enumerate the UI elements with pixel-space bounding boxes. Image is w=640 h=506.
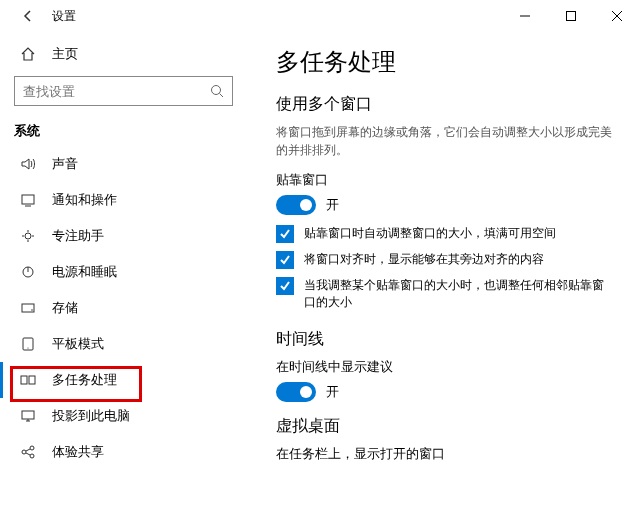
checkbox-nextto[interactable] [276, 251, 294, 269]
nav-label: 体验共享 [52, 443, 104, 461]
section-timeline-heading: 时间线 [276, 329, 612, 350]
svg-point-15 [22, 450, 26, 454]
checkbox-autosize-label: 贴靠窗口时自动调整窗口的大小，填满可用空间 [304, 225, 556, 242]
nav-sound[interactable]: 声音 [0, 146, 247, 182]
section-multiwindow-desc: 将窗口拖到屏幕的边缘或角落，它们会自动调整大小以形成完美的并排排列。 [276, 123, 612, 159]
home-icon [20, 46, 36, 62]
timeline-toggle-label: 在时间线中显示建议 [276, 358, 612, 376]
section-multiwindow-heading: 使用多个窗口 [276, 94, 612, 115]
maximize-button[interactable] [548, 0, 594, 32]
page-title: 多任务处理 [276, 46, 612, 78]
snap-toggle[interactable] [276, 195, 316, 215]
nav-storage[interactable]: 存储 [0, 290, 247, 326]
home-nav[interactable]: 主页 [0, 36, 247, 72]
nav-focus[interactable]: 专注助手 [0, 218, 247, 254]
section-virtualdesktop-heading: 虚拟桌面 [276, 416, 612, 437]
svg-point-17 [30, 454, 34, 458]
nav-label: 投影到此电脑 [52, 407, 130, 425]
nav-multitasking[interactable]: 多任务处理 [0, 362, 247, 398]
content-pane: 多任务处理 使用多个窗口 将窗口拖到屏幕的边缘或角落，它们会自动调整大小以形成完… [248, 32, 640, 506]
nav-label: 存储 [52, 299, 78, 317]
svg-point-16 [30, 446, 34, 450]
checkbox-autosize[interactable] [276, 225, 294, 243]
nav-label: 通知和操作 [52, 191, 117, 209]
tablet-icon [20, 336, 36, 352]
storage-icon [20, 300, 36, 316]
timeline-toggle[interactable] [276, 382, 316, 402]
window-title: 设置 [52, 8, 76, 25]
svg-rect-1 [567, 12, 576, 21]
project-icon [20, 408, 36, 424]
svg-rect-8 [22, 304, 34, 312]
nav-power[interactable]: 电源和睡眠 [0, 254, 247, 290]
search-input[interactable] [23, 84, 210, 99]
virtualdesktop-label: 在任务栏上，显示打开的窗口 [276, 445, 612, 463]
home-label: 主页 [52, 45, 78, 63]
svg-rect-13 [29, 376, 35, 384]
search-box[interactable] [14, 76, 233, 106]
timeline-toggle-state: 开 [326, 383, 339, 401]
nav-shared[interactable]: 体验共享 [0, 434, 247, 470]
nav-projecting[interactable]: 投影到此电脑 [0, 398, 247, 434]
svg-point-5 [25, 233, 31, 239]
nav-tablet[interactable]: 平板模式 [0, 326, 247, 362]
svg-rect-14 [22, 411, 34, 419]
nav-label: 电源和睡眠 [52, 263, 117, 281]
sidebar: 主页 系统 声音 通知和操作 专注助手 电源和睡眠 存储 平板模式 [0, 32, 248, 506]
search-icon [210, 84, 224, 98]
nav-label: 专注助手 [52, 227, 104, 245]
svg-point-11 [27, 347, 28, 348]
svg-line-3 [220, 94, 224, 98]
share-icon [20, 444, 36, 460]
nav-label: 平板模式 [52, 335, 104, 353]
section-header: 系统 [0, 116, 247, 146]
sound-icon [20, 156, 36, 172]
checkbox-resize[interactable] [276, 277, 294, 295]
checkbox-resize-label: 当我调整某个贴靠窗口的大小时，也调整任何相邻贴靠窗口的大小 [304, 277, 612, 311]
multitask-icon [20, 372, 36, 388]
power-icon [20, 264, 36, 280]
nav-notifications[interactable]: 通知和操作 [0, 182, 247, 218]
back-button[interactable] [12, 0, 44, 32]
snap-toggle-state: 开 [326, 196, 339, 214]
nav-label: 声音 [52, 155, 78, 173]
focus-icon [20, 228, 36, 244]
snap-toggle-label: 贴靠窗口 [276, 171, 612, 189]
svg-rect-12 [21, 376, 27, 384]
svg-rect-4 [22, 195, 34, 204]
svg-point-2 [212, 86, 221, 95]
minimize-button[interactable] [502, 0, 548, 32]
svg-point-9 [31, 309, 33, 311]
checkbox-nextto-label: 将窗口对齐时，显示能够在其旁边对齐的内容 [304, 251, 544, 268]
close-button[interactable] [594, 0, 640, 32]
notification-icon [20, 192, 36, 208]
nav-label: 多任务处理 [52, 371, 117, 389]
